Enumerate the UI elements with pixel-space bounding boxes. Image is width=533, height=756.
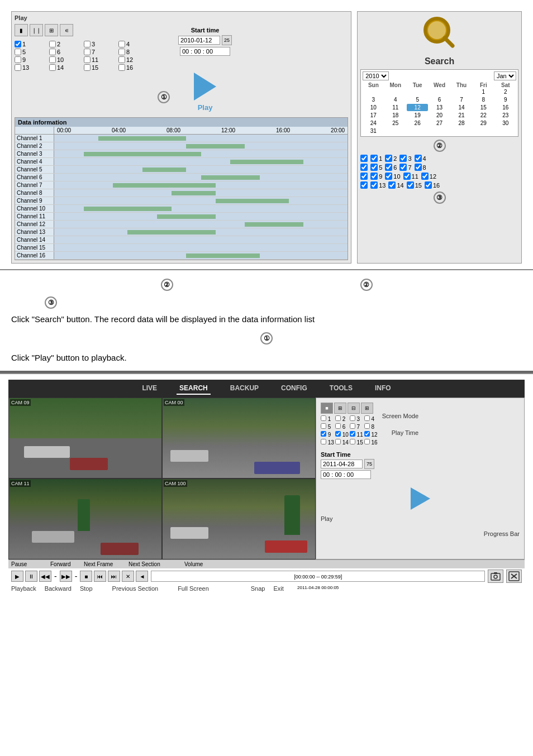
calendar-btn[interactable]: 25 [222,35,232,45]
cal-day-8[interactable]: 8 [473,96,494,103]
progress-time-text: [00:00:00 -- 00:29:59] 2011-04-28 00:00:… [151,571,484,594]
ch12-check[interactable]: 12 [118,56,152,63]
ch3-check[interactable]: 3 [84,41,117,47]
cal-day-19[interactable]: 19 [407,112,428,119]
ch16-check[interactable]: 16 [118,64,152,71]
all-ch-check[interactable] [360,155,368,162]
pb-mode-stop[interactable]: ■ [321,403,333,414]
pb-pause-ctrl[interactable]: ⏸ [25,571,37,582]
cal-day-14[interactable]: 14 [451,104,472,111]
cal-day-30[interactable]: 30 [495,119,516,127]
ch6-check[interactable]: 6 [49,49,83,55]
pb-play-ctrl[interactable]: ▶ [11,571,23,582]
pb-mode-9[interactable]: ⊟ [348,403,360,414]
ch4-check[interactable]: 4 [118,41,152,47]
progress-bar[interactable]: [00:00:00 -- 00:29:59] 2011-04-28 00:00:… [151,571,485,582]
month-select[interactable]: Jan [494,71,516,80]
circle3-main: ③ [45,296,57,309]
cal-day-10[interactable]: 10 [363,104,384,111]
play-button-area: Play [194,61,216,112]
pb-forward-ctrl[interactable]: ▶▶ [60,571,72,582]
pb-volume-ctrl[interactable]: ✕ [122,571,134,582]
cal-day-22[interactable]: 22 [473,112,494,119]
time-input[interactable] [180,47,230,56]
pb-prev-section-ctrl[interactable]: ⏮ [94,571,106,582]
pb-mode-16[interactable]: ⊞ [361,403,373,414]
pb-mode-4[interactable]: ⊞ [334,403,346,414]
pb-mode-buttons: ■ ⊞ ⊟ ⊞ [321,403,378,414]
mode-4-btn[interactable]: ❘❘ [30,24,43,36]
nav-config[interactable]: CONFIG [278,382,310,395]
cal-day-7[interactable]: 7 [451,96,472,103]
pb-vol-btn[interactable]: ◄ [136,571,148,582]
pb-play-button[interactable] [411,487,430,510]
cal-day-15[interactable]: 15 [473,104,494,111]
ch15-check[interactable]: 15 [84,64,117,71]
cal-day-3[interactable]: 3 [363,96,384,103]
ch9-check[interactable]: 9 [15,56,48,63]
year-select[interactable]: 2010 [363,71,389,80]
mode-9-btn[interactable]: ⊞ [45,24,58,36]
nav-search[interactable]: SEARCH [177,382,211,395]
cal-day-11[interactable]: 11 [385,104,406,111]
cal-day-26[interactable]: 26 [407,119,428,127]
search-panel: Search 2010 Jan Sun Mon Tue Wed Thu Fri … [357,11,522,264]
pb-next-frame-ctrl[interactable]: ⏭ [108,571,120,582]
cal-day-24[interactable]: 24 [363,119,384,127]
cal-day-31[interactable]: 31 [363,127,384,135]
cal-day-29[interactable]: 29 [473,119,494,127]
video-cell-4: CAM 100 [162,479,316,559]
cal-day-17[interactable]: 17 [363,112,384,119]
cal-day-6[interactable]: 6 [429,96,450,103]
screen-mode-label: Screen Mode [382,413,418,419]
nav-tools[interactable]: TOOLS [327,382,355,395]
ch8-check[interactable]: 8 [118,49,152,55]
search-channels: 1 2 3 4 5 6 7 8 9 10 11 12 13 [360,155,518,189]
cal-day-5[interactable]: 5 [407,96,428,103]
ch13-check[interactable]: 13 [15,64,48,71]
snap-button[interactable] [488,570,503,583]
nav-info[interactable]: INFO [372,382,394,395]
cal-day-28[interactable]: 28 [451,119,472,127]
ch10-check[interactable]: 10 [49,56,83,63]
ch5-check[interactable]: 5 [15,49,48,55]
cal-day-25[interactable]: 25 [385,119,406,127]
nav-backup[interactable]: BACKUP [227,382,261,395]
ch1-check[interactable]: 1 [15,41,48,47]
cal-day-1[interactable]: 1 [473,88,494,95]
ch14-check[interactable]: 14 [49,64,83,71]
cal-day-9[interactable]: 9 [495,96,516,103]
calendar-area: 2010 Jan Sun Mon Tue Wed Thu Fri Sat 123… [360,69,518,137]
cal-day-23[interactable]: 23 [495,112,516,119]
pb-start-time: Start Time 75 [321,451,520,479]
pb-backward-ctrl[interactable]: ◀◀ [39,571,51,582]
play-button[interactable] [194,73,216,101]
exit-button[interactable] [506,570,522,583]
cal-day-4[interactable]: 4 [385,96,406,103]
cal-day-20[interactable]: 20 [429,112,450,119]
step2-text: Click "Play" button to playback. [11,353,522,362]
cal-day-27[interactable]: 27 [429,119,450,127]
pb-date-input[interactable] [321,460,363,468]
control-top-labels: Pause Forward Next Frame Next Section Vo… [8,559,525,568]
mode-1-btn[interactable]: ▮ [15,24,28,36]
cal-day-12[interactable]: 12 [407,104,428,111]
search-ch-row-4: 13 14 15 16 [360,181,518,189]
date-input[interactable]: 2010-01-12 [178,36,220,45]
cal-day-13[interactable]: 13 [429,104,450,111]
ch11-check[interactable]: 11 [84,56,117,63]
pb-time-input[interactable] [321,470,371,479]
pb-cal-btn[interactable]: 75 [364,459,374,469]
ch2-check[interactable]: 2 [49,41,83,47]
nav-live[interactable]: LIVE [139,382,160,395]
mode-16-btn[interactable]: ∊ [60,24,73,36]
cal-day-2[interactable]: 2 [495,88,516,95]
ch7-check[interactable]: 7 [84,49,117,55]
cal-day-18[interactable]: 18 [385,112,406,119]
cal-day-21[interactable]: 21 [451,112,472,119]
pb-stop-ctrl[interactable]: ■ [80,571,92,582]
playback-bottom-label: Playback [11,585,36,592]
cal-day-16[interactable]: 16 [495,104,516,111]
search-button-label[interactable]: Search [360,56,518,66]
circle2-indicator: ② [360,140,518,152]
